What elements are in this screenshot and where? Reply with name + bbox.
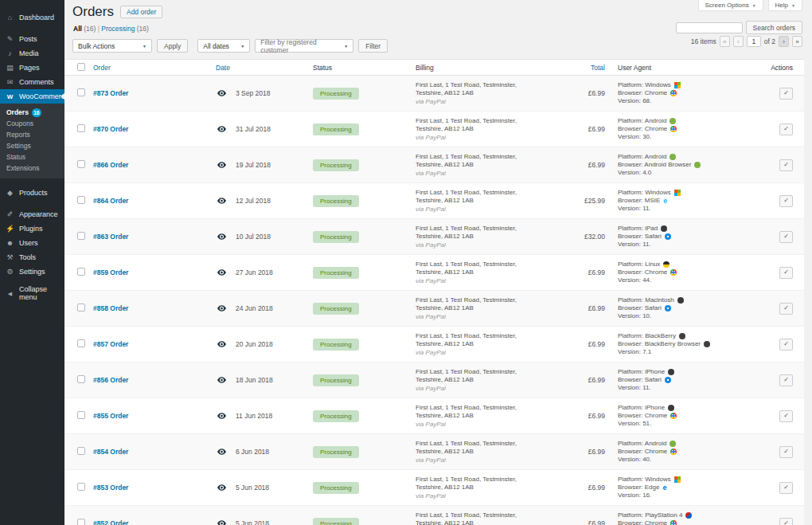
screen-options-tab[interactable]: Screen Options ▼ bbox=[698, 0, 763, 11]
row-checkbox[interactable] bbox=[77, 124, 85, 132]
preview-icon[interactable] bbox=[217, 198, 226, 204]
order-link[interactable]: #863 Order bbox=[93, 233, 128, 241]
order-link[interactable]: #857 Order bbox=[93, 340, 128, 348]
complete-action-button[interactable]: ✓ bbox=[779, 123, 793, 135]
row-checkbox[interactable] bbox=[77, 160, 85, 168]
complete-action-button[interactable]: ✓ bbox=[779, 374, 793, 386]
preview-icon[interactable] bbox=[217, 269, 226, 276]
preview-icon[interactable] bbox=[217, 413, 226, 419]
view-all-link[interactable]: All bbox=[73, 25, 82, 33]
preview-icon[interactable] bbox=[217, 305, 226, 311]
status-badge: Processing bbox=[313, 231, 359, 243]
order-link[interactable]: #852 Order bbox=[93, 519, 128, 525]
sidebar-item-woocommerce[interactable]: WooCommerce bbox=[0, 89, 64, 104]
billing-address: First Last, 1 Test Road, Testminster, Te… bbox=[416, 117, 543, 133]
order-link[interactable]: #870 Order bbox=[93, 125, 128, 133]
row-checkbox[interactable] bbox=[77, 232, 85, 240]
preview-icon[interactable] bbox=[217, 341, 226, 347]
apply-button[interactable]: Apply bbox=[157, 39, 188, 53]
preview-icon[interactable] bbox=[217, 449, 226, 455]
sidebar-item-pages[interactable]: Pages bbox=[0, 61, 64, 75]
complete-action-button[interactable]: ✓ bbox=[779, 339, 793, 351]
payment-method: via PayPal bbox=[416, 313, 553, 320]
row-checkbox[interactable] bbox=[77, 519, 85, 525]
preview-icon[interactable] bbox=[217, 484, 226, 491]
row-checkbox[interactable] bbox=[77, 268, 85, 276]
order-link[interactable]: #858 Order bbox=[93, 304, 128, 312]
complete-action-button[interactable]: ✓ bbox=[779, 88, 793, 100]
complete-action-button[interactable]: ✓ bbox=[779, 303, 793, 315]
order-link[interactable]: #855 Order bbox=[93, 412, 128, 420]
preview-icon[interactable] bbox=[217, 162, 226, 168]
view-processing-count: (16) bbox=[137, 25, 149, 33]
add-order-button[interactable]: Add order bbox=[120, 6, 162, 18]
row-checkbox[interactable] bbox=[77, 304, 85, 311]
sidebar-item-collapse-menu[interactable]: Collapse menu bbox=[0, 286, 64, 300]
ua-browser: Browser: Safari bbox=[618, 304, 662, 312]
sidebar-item-users[interactable]: Users bbox=[0, 236, 64, 250]
order-link[interactable]: #853 Order bbox=[93, 484, 128, 492]
column-header-total[interactable]: Total bbox=[553, 60, 611, 76]
search-orders-button[interactable]: Search orders bbox=[746, 21, 802, 34]
sidebar-item-comments[interactable]: Comments bbox=[0, 75, 64, 89]
filter-button[interactable]: Filter bbox=[358, 39, 388, 53]
date-filter-select[interactable]: All dates ▼ bbox=[197, 39, 250, 53]
row-checkbox[interactable] bbox=[77, 447, 85, 455]
submenu-item-extensions[interactable]: Extensions bbox=[0, 163, 64, 174]
sidebar-item-products[interactable]: Products bbox=[0, 186, 64, 200]
sidebar-item-appearance[interactable]: Appearance bbox=[0, 207, 64, 221]
order-link[interactable]: #859 Order bbox=[93, 268, 128, 276]
preview-icon[interactable] bbox=[217, 520, 226, 525]
submenu-item-coupons[interactable]: Coupons bbox=[0, 118, 64, 129]
row-checkbox[interactable] bbox=[77, 88, 85, 96]
row-checkbox[interactable] bbox=[77, 483, 85, 491]
submenu-item-reports[interactable]: Reports bbox=[0, 129, 64, 140]
sidebar-item-posts[interactable]: Posts bbox=[0, 32, 64, 46]
windows-icon bbox=[674, 82, 681, 88]
select-all-checkbox[interactable] bbox=[77, 63, 85, 71]
submenu-item-orders[interactable]: Orders16 bbox=[0, 107, 64, 118]
complete-action-button[interactable]: ✓ bbox=[779, 231, 793, 243]
row-checkbox[interactable] bbox=[77, 339, 85, 347]
order-link[interactable]: #866 Order bbox=[93, 161, 128, 169]
ua-browser: Browser: BlackBerry Browser bbox=[618, 340, 701, 348]
view-processing-link[interactable]: Processing bbox=[101, 25, 135, 33]
next-page-button[interactable]: › bbox=[779, 36, 789, 47]
complete-action-button[interactable]: ✓ bbox=[779, 267, 793, 279]
search-orders-input[interactable] bbox=[676, 22, 743, 33]
preview-icon[interactable] bbox=[217, 126, 226, 132]
preview-icon[interactable] bbox=[217, 90, 226, 96]
complete-action-button[interactable]: ✓ bbox=[779, 195, 793, 207]
column-header-order[interactable]: Order bbox=[92, 60, 216, 76]
complete-action-button[interactable]: ✓ bbox=[779, 482, 793, 494]
help-tab[interactable]: Help ▼ bbox=[768, 0, 802, 11]
sidebar-item-plugins[interactable]: Plugins bbox=[0, 221, 64, 236]
billing-address: First Last, 1 Test Road, Testminster, Te… bbox=[416, 404, 543, 420]
last-page-button[interactable]: » bbox=[792, 36, 802, 47]
row-checkbox[interactable] bbox=[77, 196, 85, 204]
sidebar-item-tools[interactable]: Tools bbox=[0, 250, 64, 264]
sidebar-item-settings[interactable]: Settings bbox=[0, 264, 64, 279]
preview-icon[interactable] bbox=[217, 233, 226, 240]
current-page-input[interactable] bbox=[747, 36, 761, 47]
complete-action-button[interactable]: ✓ bbox=[779, 410, 793, 422]
preview-icon[interactable] bbox=[217, 377, 226, 383]
order-link[interactable]: #854 Order bbox=[93, 448, 128, 456]
submenu-item-settings[interactable]: Settings bbox=[0, 140, 64, 151]
complete-action-button[interactable]: ✓ bbox=[779, 159, 793, 171]
order-link[interactable]: #873 Order bbox=[93, 89, 128, 97]
row-checkbox[interactable] bbox=[77, 411, 85, 419]
order-link[interactable]: #864 Order bbox=[93, 197, 128, 205]
customer-filter-select[interactable]: Filter by registered customer ▼ bbox=[255, 39, 353, 53]
submenu-item-status[interactable]: Status bbox=[0, 151, 64, 163]
column-header-date[interactable]: Date bbox=[216, 60, 293, 76]
complete-action-button[interactable]: ✓ bbox=[779, 518, 793, 525]
sidebar-item-dashboard[interactable]: Dashboard bbox=[0, 10, 64, 25]
order-link[interactable]: #856 Order bbox=[93, 376, 128, 384]
checkmark-icon: ✓ bbox=[783, 448, 789, 455]
row-checkbox[interactable] bbox=[77, 375, 85, 383]
complete-action-button[interactable]: ✓ bbox=[779, 446, 793, 458]
sidebar-item-media[interactable]: Media bbox=[0, 46, 64, 61]
ua-platform: Platform: BlackBerry bbox=[618, 332, 676, 340]
bulk-actions-select[interactable]: Bulk Actions ▼ bbox=[72, 39, 152, 53]
